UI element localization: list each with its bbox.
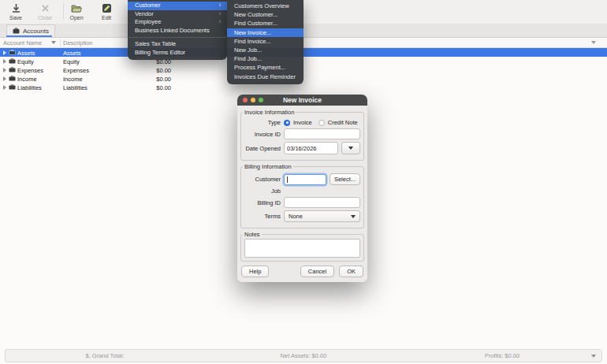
menu-item-find-invoice[interactable]: Find Invoice... [227,37,304,46]
menu-item-process-payment[interactable]: Process Payment... [227,63,304,72]
menu-item-label: Sales Tax Table [135,40,176,49]
account-name: Liabilities [17,84,42,91]
menu-item-customer[interactable]: Customer › [128,2,227,10]
invoice-radio[interactable] [284,120,290,126]
date-opened-input[interactable]: 03/16/2026 [284,142,338,154]
menu-item-customers-overview[interactable]: Customers Overview [227,2,304,10]
credit-note-radio[interactable] [318,120,325,126]
expander-icon[interactable] [3,68,6,72]
menu-item-label: Find Customer... [234,19,277,28]
save-button[interactable]: Save [2,2,30,22]
type-row: Type Invoice Credit Note [244,119,360,126]
menu-item-label: Find Job... [234,54,262,63]
close-button: Close [31,2,59,22]
menu-item-employee[interactable]: Employee › [128,18,227,27]
sort-arrow-icon [51,41,56,44]
edit-button[interactable]: Edit [95,2,118,22]
status-bar-chevron-icon[interactable] [591,355,596,358]
button-spacer [274,266,295,277]
window-controls [243,98,263,102]
column-chooser-icon[interactable] [591,41,596,44]
terms-value: None [289,213,303,220]
menu-item-find-job[interactable]: Find Job... [227,54,304,63]
menu-item-label: Business Linked Documents [135,27,210,35]
menu-item-new-job[interactable]: New Job... [227,46,304,54]
menu-item-label: Customers Overview [234,2,289,10]
table-row-liabilities[interactable]: Liabilities Liabilities $0.00 [0,83,607,91]
date-picker-button[interactable] [341,142,360,154]
menu-item-billing-terms-editor[interactable]: Billing Terms Editor [128,49,227,58]
invoice-radio-label: Invoice [293,119,312,126]
select-customer-button[interactable]: Select... [330,173,360,185]
menu-item-label: New Job... [234,46,262,54]
toolbar-separator [63,3,64,20]
menu-item-new-customer[interactable]: New Customer... [227,10,304,19]
expander-icon[interactable] [3,76,6,81]
menu-item-business-linked-documents[interactable]: Business Linked Documents [128,27,227,35]
accounts-table-header: Account Name Description [0,38,607,48]
menu-item-sales-tax-table[interactable]: Sales Tax Table [128,40,227,49]
customer-row: Customer Select... [244,173,360,185]
toolbar: Save Close Open Edit [0,0,607,24]
menu-item-label: Process Payment... [234,63,285,72]
column-divider[interactable] [60,39,61,46]
date-opened-row: Date Opened 03/16/2026 [244,142,360,154]
chevron-down-icon [351,215,356,218]
edit-icon [102,3,112,14]
ok-button[interactable]: OK [339,266,363,277]
table-row-expenses[interactable]: Expenses Expenses $0.00 [0,65,607,74]
invoice-id-label: Invoice ID [244,131,281,138]
customer-input[interactable] [284,174,326,185]
job-row: Job [244,188,360,195]
help-button[interactable]: Help [241,266,269,277]
terms-row: Terms None [244,210,360,222]
table-row-income[interactable]: Income Income $0.00 [0,74,607,83]
expander-icon[interactable] [3,59,6,64]
expander-icon[interactable] [3,85,6,90]
account-icon [9,58,16,65]
dialog-body: Invoice Information Type Invoice Credit … [237,106,367,282]
invoice-id-input[interactable] [284,128,360,139]
notes-textarea[interactable] [244,239,360,258]
account-name: Equity [17,58,34,65]
expander-icon[interactable] [3,50,6,55]
open-button[interactable]: Open [65,2,88,22]
open-label: Open [69,15,83,20]
table-row-assets[interactable]: Assets Assets $0.00 [0,48,607,57]
dialog-title-bar[interactable]: New Invoice [237,95,367,106]
billing-id-label: Billing ID [244,199,281,206]
briefcase-icon [13,28,20,35]
menu-item-label: Employee [135,18,161,27]
account-total: $0.00 [122,67,171,74]
tab-accounts-label: Accounts [23,28,49,35]
close-window-icon[interactable] [243,98,248,102]
status-bar: $, Grand Total: Net Assets: $0.00 Profit… [5,349,602,362]
invoice-information-group: Invoice Information Type Invoice Credit … [240,109,364,161]
account-description: Income [63,76,83,83]
account-description: Expenses [63,67,89,74]
menu-item-new-invoice[interactable]: New Invoice... [227,28,304,37]
zoom-window-icon[interactable] [259,98,263,102]
cancel-button[interactable]: Cancel [300,266,334,277]
column-header-description[interactable]: Description [63,39,93,46]
notes-legend: Notes [243,231,262,238]
menu-item-invoices-due-reminder[interactable]: Invoices Due Reminder [227,72,304,81]
account-description: Equity [63,58,80,65]
profits-label: Profits: $0.00 [403,352,601,359]
terms-dropdown[interactable]: None [284,210,360,222]
customer-submenu: Customers Overview New Customer... Find … [227,0,304,84]
table-row-equity[interactable]: Equity Equity $0.00 [0,57,607,65]
minimize-window-icon[interactable] [251,98,255,102]
account-name: Expenses [17,67,43,74]
chevron-down-icon [348,147,353,150]
menu-item-find-customer[interactable]: Find Customer... [227,19,304,28]
type-label: Type [244,119,281,126]
invoice-information-legend: Invoice Information [243,109,296,116]
text-caret [287,176,288,183]
menu-item-vendor[interactable]: Vendor › [128,10,227,19]
billing-id-input[interactable] [284,197,360,208]
notes-group: Notes [240,231,364,262]
menu-item-label: Vendor [135,10,154,19]
column-header-account-name[interactable]: Account Name [3,39,42,46]
open-folder-icon [71,3,82,14]
